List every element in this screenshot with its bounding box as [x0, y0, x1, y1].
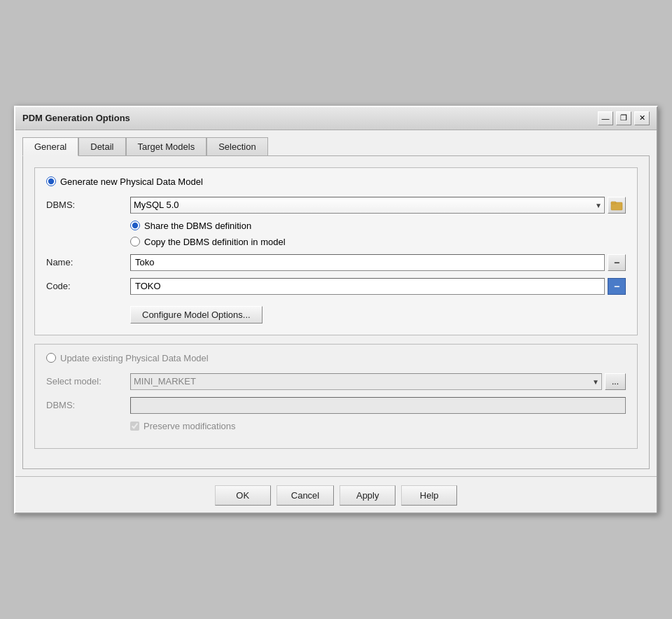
folder-icon [610, 199, 623, 211]
cancel-button[interactable]: Cancel [276, 485, 334, 506]
select-model-select[interactable]: MINI_MARKET [130, 373, 602, 390]
ok-button[interactable]: OK [215, 485, 271, 506]
bottom-buttons: OK Cancel Apply Help [15, 476, 657, 513]
select-model-control-group: MINI_MARKET ▼ ... [130, 373, 626, 390]
update-model-radio-row: Update existing Physical Data Model [46, 353, 626, 363]
help-button[interactable]: Help [401, 485, 457, 506]
name-input[interactable] [130, 254, 605, 271]
select-model-row: Select model: MINI_MARKET ▼ ... [46, 373, 626, 390]
configure-model-button[interactable]: Configure Model Options... [130, 306, 262, 324]
tab-content: Generate new Physical Data Model DBMS: M… [22, 155, 650, 469]
update-dbms-label: DBMS: [46, 400, 130, 410]
title-bar: PDM Generation Options — ❐ ✕ [15, 107, 657, 130]
update-model-section: Update existing Physical Data Model Sele… [34, 344, 638, 449]
dbms-label: DBMS: [46, 200, 130, 210]
select-model-label: Select model: [46, 376, 130, 387]
preserve-row: Preserve modifications [130, 421, 626, 431]
update-dbms-control-group [130, 397, 626, 414]
code-control-group: − [130, 278, 626, 295]
new-model-radio[interactable] [46, 176, 56, 186]
dbms-select-wrapper: MySQL 5.0 Oracle 12c SQL Server 2017 ▼ [130, 197, 605, 214]
share-dbms-row: Share the DBMS definition [130, 221, 626, 231]
select-model-browse-button[interactable]: ... [605, 373, 626, 390]
dbms-folder-button[interactable] [608, 197, 626, 214]
svg-rect-1 [611, 202, 616, 204]
apply-button[interactable]: Apply [340, 485, 396, 506]
update-model-radio[interactable] [46, 353, 56, 363]
window-title: PDM Generation Options [22, 113, 130, 123]
code-minus-button[interactable]: − [608, 278, 626, 295]
update-dbms-input[interactable] [130, 397, 626, 414]
window-body: General Detail Target Models Selection G… [15, 130, 657, 476]
select-model-wrapper: MINI_MARKET ▼ [130, 373, 602, 390]
close-button[interactable]: ✕ [634, 111, 650, 125]
restore-button[interactable]: ❐ [616, 111, 631, 125]
update-model-label: Update existing Physical Data Model [60, 353, 209, 363]
dbms-control-group: MySQL 5.0 Oracle 12c SQL Server 2017 ▼ [130, 197, 626, 214]
new-model-label: Generate new Physical Data Model [60, 176, 203, 187]
tab-selection[interactable]: Selection [206, 137, 267, 155]
name-row: Name: − [46, 254, 626, 271]
copy-dbms-radio[interactable] [130, 237, 140, 246]
dbms-select[interactable]: MySQL 5.0 Oracle 12c SQL Server 2017 [130, 197, 605, 214]
tab-bar: General Detail Target Models Selection [22, 137, 650, 155]
preserve-checkbox[interactable] [130, 422, 139, 431]
name-minus-button[interactable]: − [608, 254, 626, 271]
code-input[interactable] [130, 278, 605, 295]
code-label: Code: [46, 281, 130, 291]
share-dbms-label: Share the DBMS definition [144, 221, 251, 231]
tab-detail[interactable]: Detail [78, 137, 125, 155]
copy-dbms-row: Copy the DBMS definition in model [130, 237, 626, 247]
tab-general[interactable]: General [22, 137, 78, 156]
new-model-section: Generate new Physical Data Model DBMS: M… [34, 167, 638, 335]
name-control-group: − [130, 254, 626, 271]
copy-dbms-label: Copy the DBMS definition in model [144, 237, 286, 247]
window-controls: — ❐ ✕ [598, 111, 650, 125]
minimize-button[interactable]: — [598, 111, 613, 125]
code-row: Code: − [46, 278, 626, 295]
name-label: Name: [46, 257, 130, 267]
update-dbms-row: DBMS: [46, 397, 626, 414]
main-window: PDM Generation Options — ❐ ✕ General Det… [14, 106, 658, 514]
tab-target-models[interactable]: Target Models [126, 137, 207, 155]
share-dbms-radio[interactable] [130, 221, 140, 230]
dbms-row: DBMS: MySQL 5.0 Oracle 12c SQL Server 20… [46, 197, 626, 214]
preserve-label: Preserve modifications [144, 421, 236, 431]
new-model-radio-row: Generate new Physical Data Model [46, 176, 626, 187]
